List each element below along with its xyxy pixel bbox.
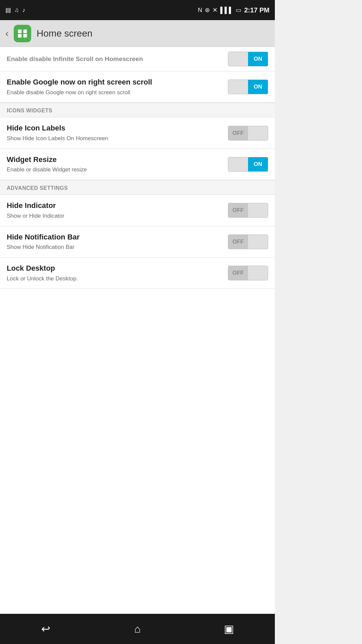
setting-title-hide-indicator: Hide Indicator <box>7 201 221 211</box>
setting-text-infinite-scroll: Enable disable Infinite Scroll on Homesc… <box>7 55 228 63</box>
toggle-on-side: ON <box>248 157 268 171</box>
setting-desc-hide-icon-labels: Show Hide Icon Labels On Homescreen <box>7 135 221 143</box>
status-left-icons: ▤ <box>5 6 25 14</box>
setting-text-hide-indicator: Hide Indicator Show or Hide Indicator <box>7 201 228 220</box>
home-nav-button[interactable]: ⌂ <box>124 619 151 639</box>
signal-icon: ▌▌▌ <box>220 7 233 14</box>
toggle-on-side <box>248 203 268 217</box>
section-advanced-settings: ADVANCED SETTINGS <box>0 180 275 195</box>
setting-item-google-now[interactable]: Enable Google now on right screen scroll… <box>0 71 275 103</box>
toggle-on-label: ON <box>254 84 262 90</box>
toggle-on-side: ON <box>248 52 268 66</box>
toggle-lock-desktop[interactable]: OFF <box>228 266 268 280</box>
toggle-off-side <box>228 157 248 171</box>
x-icon: ✕ <box>213 6 218 14</box>
back-nav-button[interactable]: ↩ <box>33 619 59 639</box>
toggle-off-side: OFF <box>228 203 248 217</box>
page-title: Home screen <box>37 28 93 39</box>
toggle-off-label: OFF <box>233 130 244 137</box>
section-icons-widgets: ICONS WIDGETS <box>0 103 275 117</box>
battery-icon: ▭ <box>236 6 241 14</box>
setting-text-hide-notification-bar: Hide Notification Bar Show Hide Notifica… <box>7 232 228 251</box>
toggle-on-label: ON <box>254 161 262 168</box>
music-icon <box>14 7 19 14</box>
nfc-icon: N <box>198 7 202 14</box>
music2-icon <box>22 7 25 14</box>
section-advanced-settings-label: ADVANCED SETTINGS <box>7 185 68 191</box>
toggle-on-side: ON <box>248 80 268 94</box>
svg-rect-1 <box>23 30 27 33</box>
toggle-off-side: OFF <box>228 235 248 249</box>
toggle-off-side <box>228 52 248 66</box>
setting-text-widget-resize: Widget Resize Enable or disable Widget r… <box>7 155 228 174</box>
back-button[interactable]: ‹ <box>5 28 8 39</box>
bottom-nav: ↩ ⌂ ▣ <box>0 614 275 644</box>
toggle-on-side <box>248 126 268 140</box>
toggle-hide-notification-bar[interactable]: OFF <box>228 234 268 249</box>
setting-desc-hide-indicator: Show or Hide Indicator <box>7 212 221 220</box>
toggle-widget-resize[interactable]: ON <box>228 157 268 172</box>
toggle-hide-indicator[interactable]: OFF <box>228 203 268 218</box>
toggle-off-side: OFF <box>228 266 248 280</box>
status-time: 2:17 PM <box>244 6 269 14</box>
setting-title-lock-desktop: Lock Desktop <box>7 264 221 273</box>
setting-item-hide-icon-labels[interactable]: Hide Icon Labels Show Hide Icon Labels O… <box>0 117 275 149</box>
toggle-off-side <box>228 80 248 94</box>
svg-rect-0 <box>18 30 22 33</box>
home-screen-icon <box>17 28 28 39</box>
toggle-on-label: ON <box>254 56 262 62</box>
settings-list: Enable disable Infinite Scroll on Homesc… <box>0 47 275 614</box>
setting-item-hide-notification-bar[interactable]: Hide Notification Bar Show Hide Notifica… <box>0 226 275 258</box>
setting-desc-google-now: Enable disable Google now on right scree… <box>7 89 221 97</box>
toggle-off-label: OFF <box>233 270 244 276</box>
toggle-off-side: OFF <box>228 126 248 140</box>
setting-title-infinite-scroll: Enable disable Infinite Scroll on Homesc… <box>7 55 221 63</box>
status-right-icons: N ⊛ ✕ ▌▌▌ ▭ 2:17 PM <box>198 6 269 14</box>
toggle-on-side <box>248 266 268 280</box>
toggle-infinite-scroll[interactable]: ON <box>228 52 268 66</box>
screen-icon: ▤ <box>5 6 11 14</box>
toggle-off-label: OFF <box>233 238 244 245</box>
recent-nav-button[interactable]: ▣ <box>216 619 242 639</box>
app-icon <box>14 25 31 42</box>
setting-text-hide-icon-labels: Hide Icon Labels Show Hide Icon Labels O… <box>7 123 228 142</box>
setting-text-lock-desktop: Lock Desktop Lock or Unlock the Desktop. <box>7 264 228 282</box>
setting-title-hide-icon-labels: Hide Icon Labels <box>7 123 221 133</box>
setting-item-lock-desktop[interactable]: Lock Desktop Lock or Unlock the Desktop.… <box>0 258 275 289</box>
status-bar: ▤ N ⊛ ✕ ▌▌▌ ▭ 2:17 PM <box>0 0 275 20</box>
toggle-hide-icon-labels[interactable]: OFF <box>228 126 268 141</box>
setting-text-google-now: Enable Google now on right screen scroll… <box>7 77 228 96</box>
top-bar: ‹ Home screen <box>0 20 275 47</box>
setting-item-infinite-scroll[interactable]: Enable disable Infinite Scroll on Homesc… <box>0 47 275 71</box>
toggle-off-label: OFF <box>233 207 244 214</box>
setting-desc-widget-resize: Enable or disable Widget resize <box>7 166 221 174</box>
svg-rect-2 <box>18 34 22 38</box>
setting-title-hide-notification-bar: Hide Notification Bar <box>7 232 221 242</box>
setting-desc-lock-desktop: Lock or Unlock the Desktop. <box>7 275 221 283</box>
setting-title-widget-resize: Widget Resize <box>7 155 221 165</box>
wifi-icon: ⊛ <box>205 6 210 14</box>
toggle-google-now[interactable]: ON <box>228 79 268 94</box>
toggle-on-side <box>248 235 268 249</box>
section-icons-widgets-label: ICONS WIDGETS <box>7 108 52 113</box>
setting-item-widget-resize[interactable]: Widget Resize Enable or disable Widget r… <box>0 149 275 180</box>
setting-item-hide-indicator[interactable]: Hide Indicator Show or Hide Indicator OF… <box>0 195 275 226</box>
svg-rect-3 <box>23 34 27 38</box>
setting-title-google-now: Enable Google now on right screen scroll <box>7 77 221 87</box>
setting-desc-hide-notification-bar: Show Hide Notification Bar <box>7 243 221 251</box>
